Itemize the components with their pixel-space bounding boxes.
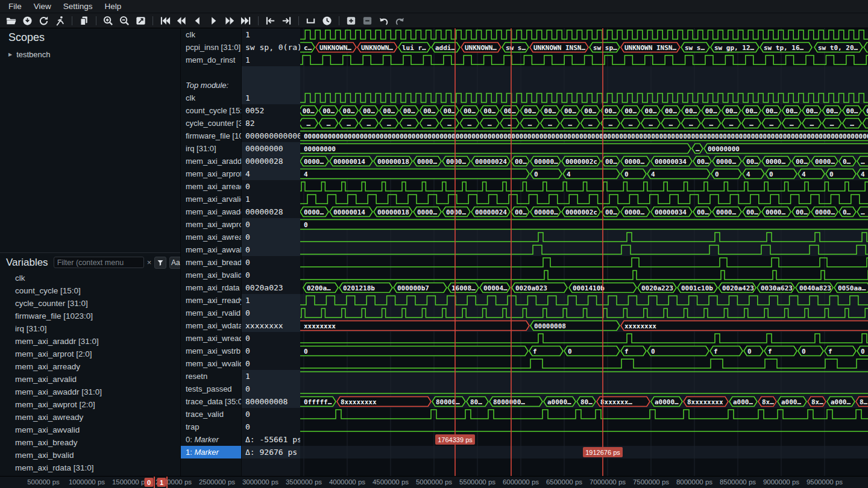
signal-name-cell[interactable]: mem_axi_arready	[181, 180, 241, 193]
signal-name-cell[interactable]: mem_axi_awready	[181, 231, 241, 243]
clock-button[interactable]	[319, 14, 335, 27]
marker-name-cell[interactable]: 1: Marker	[181, 446, 241, 458]
expand-arrow-icon[interactable]: ▶	[8, 52, 12, 57]
variable-item[interactable]: mem_axi_araddr [31:0]	[0, 335, 181, 348]
svg-text:…: …	[629, 120, 633, 128]
signal-name-cell[interactable]: mem_axi_awprot [2:0]	[181, 218, 241, 231]
svg-text:sw gp, 12…: sw gp, 12…	[714, 44, 755, 52]
copy-button[interactable]	[76, 14, 92, 27]
go-to-end-button[interactable]	[238, 14, 254, 27]
variable-item[interactable]: clk	[0, 272, 181, 284]
redo-button[interactable]	[392, 14, 408, 27]
signal-name-cell[interactable]	[181, 66, 241, 79]
variable-item[interactable]: irq [31:0]	[0, 322, 181, 335]
variable-item[interactable]: firmware_file [1023:0]	[0, 310, 181, 322]
signal-name-cell[interactable]: mem_axi_arprot [2:0]	[181, 167, 241, 180]
signal-name-cell[interactable]: mem_axi_bvalid	[181, 269, 241, 281]
signal-name-cell[interactable]: mem_axi_rvalid	[181, 307, 241, 319]
signal-name-cell[interactable]: mem_do_rinst	[181, 54, 241, 66]
zoom-out-box-button[interactable]	[359, 14, 376, 27]
variables-title: Variables	[6, 257, 48, 269]
svg-text:00…: 00…	[826, 107, 838, 115]
scope-item-testbench[interactable]: ▶ testbench	[0, 48, 180, 60]
svg-text:0001c10b: 0001c10b	[681, 284, 713, 292]
signal-name-cell[interactable]: count_cycle [15:0]	[181, 104, 241, 117]
reload-button[interactable]	[36, 14, 52, 27]
signal-name-cell[interactable]: clk	[181, 92, 241, 104]
waveform-area[interactable]: c…UNKNOWN…UNKNOWN…lui r…addi…UNKNOWN…sw …	[300, 28, 868, 476]
zoom-out-button[interactable]	[116, 14, 133, 27]
signal-name-cell[interactable]: tests_passed	[181, 383, 241, 395]
save-button[interactable]	[19, 14, 36, 27]
variable-item[interactable]: mem_axi_arvalid	[0, 373, 181, 386]
variable-item[interactable]: mem_axi_awvalid	[0, 424, 181, 436]
zoom-fit-icon	[135, 15, 146, 27]
variable-item[interactable]: count_cycle [15:0]	[0, 284, 181, 297]
signal-name-cell[interactable]: pcpi_insn [31:0]	[181, 41, 241, 54]
signal-name-cell[interactable]: mem_axi_araddr [31:0]	[181, 155, 241, 167]
cursor-to-start-button[interactable]	[262, 14, 278, 27]
step-back-button[interactable]	[189, 14, 206, 27]
fast-forward-button[interactable]	[222, 14, 238, 27]
signal-name-cell[interactable]: mem_axi_wdata [31:0]	[181, 319, 241, 332]
variable-item[interactable]: mem_axi_bready	[0, 436, 181, 449]
zoom-in-box-button[interactable]	[343, 14, 359, 27]
signal-name-cell[interactable]: mem_axi_wvalid	[181, 357, 241, 370]
signal-name-cell[interactable]: irq [31:0]	[181, 142, 241, 155]
variable-filter-input[interactable]	[54, 257, 144, 268]
menu-item-settings[interactable]: Settings	[57, 0, 99, 13]
signal-name-cell[interactable]: Top module:	[181, 79, 241, 92]
svg-text:…: …	[729, 120, 734, 128]
variable-item[interactable]: mem_axi_awready	[0, 411, 181, 424]
svg-text:a000…: a000…	[781, 398, 801, 406]
signal-name-cell[interactable]: clk	[181, 28, 241, 41]
open-file-button[interactable]	[3, 14, 19, 27]
zoom-fit-button[interactable]	[133, 14, 149, 27]
signal-name-cell[interactable]: trace_data [35:0]	[181, 395, 241, 408]
filter-type-button[interactable]	[154, 257, 166, 269]
signal-name-cell[interactable]: mem_axi_awvalid	[181, 243, 241, 256]
svg-text:00…: 00…	[746, 208, 758, 216]
svg-text:00…: 00…	[796, 208, 808, 216]
signal-name-cell[interactable]: mem_axi_bready	[181, 256, 241, 269]
timeline-marker-badge-0[interactable]: 0	[145, 478, 154, 487]
signal-name-cell[interactable]: trace_valid	[181, 408, 241, 421]
run-button[interactable]	[52, 14, 68, 27]
timeline-tick-label: 9000000 ps	[763, 478, 799, 486]
fast-backward-button[interactable]	[173, 14, 189, 27]
timeline[interactable]: 500000 ps1000000 ps1500000 ps2000000 ps2…	[0, 476, 868, 488]
zoom-in-button[interactable]	[100, 14, 116, 27]
signal-name-cell[interactable]: firmware_file [1023:0]	[181, 130, 241, 142]
timeline-marker-badge-1[interactable]: 1	[157, 478, 166, 487]
signal-name-cell[interactable]: mem_axi_wready	[181, 332, 241, 345]
step-forward-button[interactable]	[206, 14, 222, 27]
go-to-start-button[interactable]	[157, 14, 173, 27]
signal-name-cell[interactable]: mem_axi_wstrb [3:0]	[181, 345, 241, 357]
waveform-canvas[interactable]: c…UNKNOWN…UNKNOWN…lui r…addi…UNKNOWN…sw …	[300, 28, 868, 476]
signal-name-cell[interactable]: mem_axi_rready	[181, 294, 241, 307]
variable-item[interactable]: mem_axi_arready	[0, 360, 181, 373]
menu-item-file[interactable]: File	[2, 0, 28, 13]
signal-name-cell[interactable]: cycle_counter [31:0]	[181, 117, 241, 130]
signal-name-cell[interactable]: mem_axi_rdata [31:0]	[181, 281, 241, 294]
marker-name-cell[interactable]: 0: Marker	[181, 433, 241, 446]
case-sensitive-button[interactable]: Aa	[169, 257, 181, 269]
menu-item-help[interactable]: Help	[99, 0, 128, 13]
signal-name-cell[interactable]: mem_axi_arvalid	[181, 193, 241, 205]
cursor-to-end-button[interactable]	[278, 14, 295, 27]
variable-item[interactable]: mem_axi_bvalid	[0, 449, 181, 461]
menu-item-view[interactable]: View	[28, 0, 57, 13]
signal-name-cell[interactable]: trap	[181, 421, 241, 433]
clear-filter-icon[interactable]: ×	[147, 258, 152, 267]
variable-item[interactable]: cycle_counter [31:0]	[0, 297, 181, 310]
timeline-cursor-button[interactable]	[303, 14, 319, 27]
signal-name-cell[interactable]: resetn	[181, 370, 241, 383]
variable-item[interactable]: mem_axi_awaddr [31:0]	[0, 386, 181, 398]
variable-item[interactable]: mem_axi_awprot [2:0]	[0, 398, 181, 411]
svg-text:00…: 00…	[697, 158, 709, 166]
variable-item[interactable]: mem_axi_rdata [31:0]	[0, 461, 181, 474]
undo-button[interactable]	[376, 14, 392, 27]
signal-name-cell[interactable]: mem_axi_awaddr [31:0]	[181, 205, 241, 218]
reload-icon	[38, 15, 49, 27]
variable-item[interactable]: mem_axi_arprot [2:0]	[0, 348, 181, 360]
